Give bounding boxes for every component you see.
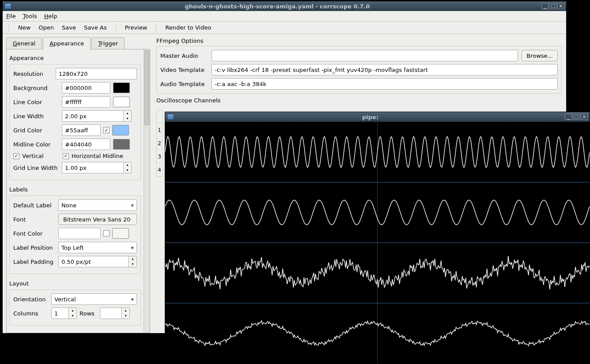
label-padding-spinner[interactable]: 0.50 px/pt▴▾ xyxy=(58,256,137,267)
line-color-swatch[interactable] xyxy=(113,97,130,107)
resolution-input[interactable] xyxy=(56,68,137,79)
browse-button[interactable]: Browse... xyxy=(522,50,558,61)
master-audio-label: Master Audio xyxy=(160,53,208,59)
panel-scrollbar[interactable] xyxy=(144,49,150,333)
label-position-label: Label Position xyxy=(13,244,56,251)
font-color-checkbox[interactable] xyxy=(103,230,110,236)
app-icon xyxy=(167,114,174,120)
resolution-label: Resolution xyxy=(13,71,53,77)
list-item[interactable]: 4 xyxy=(157,163,162,176)
channels-heading: Oscilloscope Channels xyxy=(156,96,562,105)
background-label: Background xyxy=(13,85,59,91)
menu-help[interactable]: Help xyxy=(44,13,57,19)
line-color-label: Line Color xyxy=(13,99,59,105)
close-icon[interactable]: × xyxy=(557,3,564,9)
minimize-icon[interactable]: _ xyxy=(565,114,572,120)
line-color-input[interactable] xyxy=(62,96,110,108)
video-template-input[interactable] xyxy=(212,64,558,75)
label-padding-label: Label Padding xyxy=(13,259,56,265)
horizontal-checkbox[interactable]: ✓ xyxy=(63,153,69,159)
vertical-checkbox[interactable]: ✓ xyxy=(13,153,19,159)
preview-window: pipe: _ □ × xyxy=(165,112,590,364)
menu-tools[interactable]: Tools xyxy=(23,13,37,19)
background-swatch[interactable] xyxy=(113,83,130,93)
save-as-button[interactable]: Save As xyxy=(84,24,107,31)
render-button[interactable]: Render to Video xyxy=(165,24,211,31)
titlebar[interactable]: ghouls-n-ghosts-high-score-amiga.yaml - … xyxy=(3,1,566,11)
grid-color-swatch[interactable] xyxy=(112,125,129,135)
horizontal-label: Horizontal Midline xyxy=(72,153,123,159)
tab-appearance[interactable]: Appearance xyxy=(43,37,91,49)
rows-label: Rows xyxy=(79,310,97,317)
preview-titlebar[interactable]: pipe: _ □ × xyxy=(165,112,590,122)
label-position-combo[interactable]: Top Left xyxy=(58,242,137,253)
font-label: Font xyxy=(13,216,56,223)
grid-color-checkbox[interactable]: ✓ xyxy=(103,127,110,133)
window-title: ghouls-n-ghosts-high-score-amiga.yaml - … xyxy=(14,3,541,10)
default-label-combo[interactable]: None xyxy=(58,199,137,211)
font-color-label: Font Color xyxy=(13,230,56,237)
ffmpeg-heading: FFmpeg Options xyxy=(156,37,562,46)
vertical-label: Vertical xyxy=(22,153,60,159)
preview-button[interactable]: Preview xyxy=(125,24,148,31)
audio-template-input[interactable] xyxy=(212,78,558,90)
background-input[interactable] xyxy=(62,82,110,94)
tab-general[interactable]: General xyxy=(6,37,42,49)
stereo-heading: Stereo xyxy=(8,330,148,333)
midline-color-label: Midline Color xyxy=(13,141,59,148)
columns-label: Columns xyxy=(13,310,49,317)
midline-color-swatch[interactable] xyxy=(113,139,130,150)
list-item[interactable]: 2 xyxy=(157,137,162,150)
grid-color-label: Grid Color xyxy=(13,127,59,134)
tab-trigger[interactable]: Trigger xyxy=(91,37,125,49)
oscilloscope-canvas xyxy=(165,122,590,364)
layout-heading: Layout xyxy=(8,278,148,289)
open-button[interactable]: Open xyxy=(38,24,54,31)
line-width-spinner[interactable]: 2.00 px▴▾ xyxy=(62,110,132,122)
labels-heading: Labels xyxy=(8,184,148,195)
maximize-icon[interactable]: □ xyxy=(549,3,556,9)
list-header xyxy=(157,110,162,124)
midline-color-input[interactable] xyxy=(62,139,110,150)
close-icon[interactable]: × xyxy=(581,114,588,120)
minimize-icon[interactable]: _ xyxy=(541,3,548,9)
rows-spinner[interactable]: ▴▾ xyxy=(100,308,130,319)
line-width-label: Line Width xyxy=(13,113,59,120)
list-item[interactable]: 3 xyxy=(157,150,162,163)
font-color-input[interactable] xyxy=(58,228,101,239)
channel-list[interactable]: 1 2 3 4 xyxy=(156,110,163,177)
font-color-swatch[interactable] xyxy=(112,228,129,239)
tabs: General Appearance Trigger xyxy=(6,37,150,49)
app-icon xyxy=(4,3,11,9)
maximize-icon[interactable]: □ xyxy=(573,114,580,120)
grid-line-width-spinner[interactable]: 1.00 px▴▾ xyxy=(62,162,132,173)
appearance-heading: Appearance xyxy=(8,53,148,64)
master-audio-input[interactable] xyxy=(212,50,518,61)
columns-spinner[interactable]: 1▴▾ xyxy=(51,308,77,319)
font-button[interactable]: Bitstream Vera Sans 20 xyxy=(58,214,137,225)
grid-color-input[interactable] xyxy=(62,124,101,136)
default-label-label: Default Label xyxy=(13,202,56,209)
orientation-label: Orientation xyxy=(13,296,49,303)
grid-line-width-label: Grid Line Width xyxy=(13,165,59,171)
toolbar: New Open Save Save As Preview Render to … xyxy=(3,22,566,34)
list-item[interactable]: 1 xyxy=(157,124,162,137)
menu-file[interactable]: File xyxy=(6,13,16,19)
orientation-combo[interactable]: Vertical xyxy=(51,293,137,305)
video-template-label: Video Template xyxy=(160,67,208,73)
audio-template-label: Audio Template xyxy=(160,81,208,87)
menubar: File Tools Help xyxy=(3,11,566,22)
save-button[interactable]: Save xyxy=(62,24,76,31)
preview-title: pipe: xyxy=(177,114,564,120)
new-button[interactable]: New xyxy=(18,24,30,31)
appearance-panel: Appearance Resolution Background Line Co… xyxy=(6,49,150,333)
